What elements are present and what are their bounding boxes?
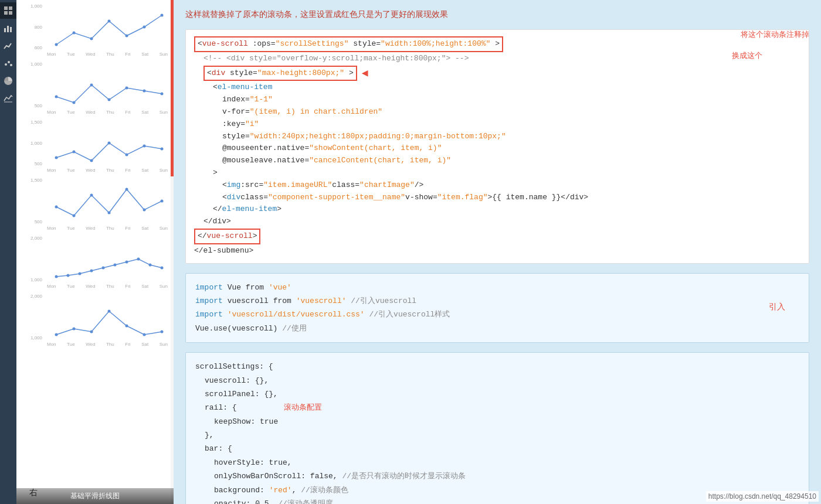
chart-item-1: 1,000800600MonTueWedThuFriSatSun (45, 4, 170, 57)
code-line-2: <!-- <div style="overflow-y:scroll;max-h… (194, 53, 800, 65)
svg-point-34 (90, 194, 93, 197)
left-sidebar (0, 0, 16, 504)
svg-point-15 (125, 35, 128, 38)
svg-point-37 (143, 209, 146, 212)
top-note: 这样就替换掉了原本的滚动条，这里设置成红色只是为了更好的展现效果 (185, 9, 809, 20)
sidebar-icon-line-chart[interactable] (0, 38, 16, 54)
settings-line-1: scrollSettings: { (195, 360, 799, 373)
code-line-end-div: </div> (194, 216, 800, 228)
svg-rect-3 (9, 11, 12, 15)
code-line-3: <div style="max-height:800px;" > ◀ (194, 65, 800, 82)
svg-point-53 (125, 325, 128, 328)
svg-rect-6 (10, 27, 12, 32)
svg-point-27 (90, 159, 93, 162)
settings-line-5: keepShow: true (195, 415, 799, 428)
annotation-comment-out: 将这个滚动条注释掉 (741, 29, 809, 40)
chart-item-4: 1,500500MonTueWedThuFriSatSun (45, 178, 170, 231)
svg-point-52 (108, 310, 111, 313)
code-line-1: <vue-scroll :ops="scrollSettings" style=… (194, 36, 800, 53)
svg-point-18 (55, 96, 58, 98)
svg-point-29 (125, 154, 128, 156)
svg-point-7 (5, 63, 7, 66)
svg-rect-5 (7, 26, 9, 32)
settings-line-6: }, (195, 428, 799, 442)
svg-rect-2 (4, 11, 8, 15)
svg-point-46 (137, 258, 140, 261)
svg-point-14 (108, 20, 111, 23)
svg-point-39 (55, 275, 58, 278)
svg-point-11 (55, 43, 58, 46)
svg-point-45 (125, 261, 128, 264)
import-line-3: import 'vuescroll/dist/vuescroll.css' //… (195, 308, 799, 321)
code-lines-img: <img :src="item.imageURL" class="chartIm… (194, 179, 800, 204)
chart-item-3: 1,5001,000500MonTueWedThuFriSatSun (45, 120, 170, 173)
svg-point-26 (73, 151, 76, 154)
svg-rect-0 (4, 6, 8, 10)
svg-point-43 (102, 267, 105, 270)
import-line-2: import vuescroll from 'vuescroll' //引入vu… (195, 294, 799, 308)
settings-block: scrollSettings: { vuescroll: {}, scrollP… (185, 352, 809, 504)
chart-item-5: 2,0001,000MonTueWedThuFriSatSun (45, 236, 170, 289)
settings-line-4: rail: { 滚动条配置 (195, 401, 799, 414)
code-line-end-menu: </el-menu-item> (194, 203, 800, 216)
chart-item-6: 2,0001,000MonTueWedThuFriSatSun (45, 294, 170, 347)
svg-point-33 (73, 214, 76, 217)
chart-item-2: 1,000500MonTueWedThuFriSatSun (45, 62, 170, 115)
sidebar-icon-bar-chart[interactable] (0, 20, 16, 36)
svg-point-30 (143, 145, 146, 148)
svg-point-32 (55, 206, 58, 209)
settings-line-2: vuescroll: {}, (195, 374, 799, 387)
svg-point-44 (114, 264, 117, 267)
svg-point-24 (161, 93, 164, 96)
svg-point-22 (125, 87, 128, 90)
svg-point-35 (108, 212, 111, 214)
settings-line-8: hoverStyle: true, (195, 456, 799, 469)
annotation-import: 引入 (769, 301, 785, 315)
svg-point-54 (143, 333, 146, 336)
main-content: 这样就替换掉了原本的滚动条，这里设置成红色只是为了更好的展现效果 <vue-sc… (174, 0, 821, 504)
import-block: import Vue from 'vue' import vuescroll f… (185, 273, 809, 343)
settings-line-9: onlyShowBarOnScroll: false, //是否只有滚动的时候才… (195, 469, 799, 483)
settings-line-7: bar: { (195, 442, 799, 455)
svg-point-48 (161, 267, 164, 270)
svg-point-47 (149, 264, 152, 267)
svg-point-49 (55, 333, 58, 336)
code-line-vue-scroll-close: </vue-scroll> (194, 228, 800, 245)
svg-point-38 (161, 200, 164, 203)
sidebar-icon-grid[interactable] (0, 2, 16, 19)
svg-point-19 (73, 101, 76, 104)
settings-line-3: scrollPanel: {}, (195, 387, 799, 401)
svg-point-20 (90, 84, 93, 87)
annotation-rail: 滚动条配置 (284, 401, 322, 414)
svg-point-21 (108, 98, 111, 101)
svg-point-50 (73, 328, 76, 331)
svg-point-12 (73, 32, 76, 35)
svg-point-28 (108, 142, 111, 145)
svg-point-17 (161, 14, 164, 17)
svg-point-9 (10, 64, 12, 66)
svg-point-31 (161, 148, 164, 151)
sidebar-icon-area[interactable] (0, 90, 16, 107)
svg-point-8 (8, 61, 10, 63)
sidebar-icon-pie[interactable] (0, 73, 16, 89)
code-line-el-submenu: </el-submenu> (194, 245, 800, 257)
sidebar-icon-scatter[interactable] (0, 55, 16, 71)
chart-bottom-label: 基础平滑折线图 (16, 488, 174, 504)
svg-point-36 (125, 188, 128, 191)
bottom-link[interactable]: https://blog.csdn.net/qq_48294510 (706, 491, 819, 502)
svg-point-13 (90, 38, 93, 40)
svg-rect-4 (4, 28, 6, 32)
main-code-block: <vue-scroll :ops="scrollSettings" style=… (185, 29, 809, 264)
svg-point-51 (90, 331, 93, 333)
svg-point-55 (161, 331, 164, 333)
code-lines-menu: <el-menu-item index="1-1" v-for="(item, … (194, 81, 800, 179)
red-scrollbar[interactable] (171, 0, 174, 176)
import-line-4: Vue.use(vuescroll) //使用 (195, 322, 799, 335)
code-block-section: <vue-scroll :ops="scrollSettings" style=… (185, 29, 809, 264)
annotation-replace: 换成这个 (732, 50, 762, 61)
svg-rect-1 (9, 6, 12, 10)
svg-point-16 (143, 26, 146, 29)
svg-point-23 (143, 90, 146, 93)
svg-point-42 (90, 270, 93, 273)
svg-point-41 (79, 273, 82, 275)
